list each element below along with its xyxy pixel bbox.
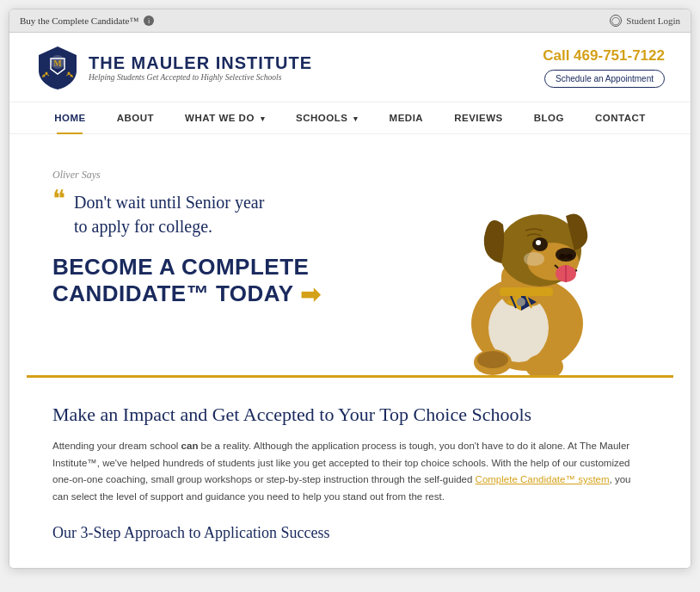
main-section: Make an Impact and Get Accepted to Your …: [9, 378, 691, 568]
nav-item-schools[interactable]: SCHOOLS ▾: [280, 102, 374, 133]
quote-text: Don't wait until Senior yearto apply for…: [74, 190, 264, 238]
logo-subtitle: Helping Students Get Accepted to Highly …: [89, 73, 312, 82]
subsection-title: Our 3-Step Approach to Application Succe…: [52, 524, 648, 542]
nav-item-blog[interactable]: BLOG: [519, 102, 580, 133]
svg-point-13: [566, 254, 573, 259]
nav-item-contact[interactable]: CONTACT: [580, 102, 661, 133]
quote-block: ❝ Don't wait until Senior yearto apply f…: [52, 190, 398, 238]
nav-item-media[interactable]: MEDIA: [374, 102, 439, 133]
student-login[interactable]: Student Login: [626, 15, 680, 26]
logo-title: THE MAULER INSTITUTE: [89, 53, 312, 73]
browser-bar-left: Buy the Complete Candidate™ i: [20, 15, 154, 26]
nav-item-about[interactable]: ABOUT: [101, 102, 169, 133]
nav-item-home[interactable]: HOME: [39, 102, 101, 133]
svg-point-4: [71, 75, 73, 77]
hero-text: Oliver Says ❝ Don't wait until Senior ye…: [52, 160, 398, 310]
section-title: Make an Impact and Get Accepted to Your …: [52, 404, 648, 426]
page-content: M THE MAULER INSTITUTE Helping Students …: [9, 33, 691, 568]
body-bold: can: [181, 441, 199, 451]
buy-link[interactable]: Buy the Complete Candidate™: [20, 15, 138, 26]
nav-item-what-we-do[interactable]: WHAT WE DO ▾: [169, 102, 280, 133]
svg-point-11: [556, 248, 576, 262]
logo-text: THE MAULER INSTITUTE Helping Students Ge…: [89, 53, 312, 82]
body-text-part1: Attending your dream school: [52, 441, 181, 451]
hero-image-area: [398, 160, 656, 375]
quote-icon: ❝: [52, 187, 65, 211]
svg-point-2: [43, 75, 46, 77]
user-icon: ◯: [610, 15, 622, 27]
browser-bar-right: ◯ Student Login: [610, 15, 680, 27]
svg-point-5: [68, 72, 71, 75]
svg-point-12: [559, 254, 566, 259]
cta-arrow-icon: ➡: [300, 282, 321, 309]
nav-item-reviews[interactable]: REVIEWS: [439, 102, 519, 133]
complete-candidate-link[interactable]: Complete Candidate™ system: [476, 474, 610, 484]
schools-dropdown-icon: ▾: [353, 114, 359, 123]
svg-point-23: [517, 298, 525, 306]
svg-point-3: [46, 72, 48, 75]
phone-number[interactable]: Call 469-751-7122: [543, 47, 665, 65]
svg-text:M: M: [53, 59, 62, 68]
svg-rect-24: [500, 287, 553, 296]
info-icon[interactable]: i: [144, 15, 154, 26]
svg-point-26: [477, 351, 508, 368]
nav-items: HOME ABOUT WHAT WE DO ▾ SCHOOLS ▾ MEDIA …: [39, 102, 661, 133]
logo-shield-icon: M: [35, 45, 80, 89]
logo-area: M THE MAULER INSTITUTE Helping Students …: [35, 45, 312, 89]
svg-point-28: [524, 252, 544, 266]
what-we-do-dropdown-icon: ▾: [261, 114, 266, 123]
svg-point-17: [536, 240, 541, 245]
dog-illustration: [407, 160, 648, 375]
hero-section: Oliver Says ❝ Don't wait until Senior ye…: [9, 134, 691, 375]
site-header: M THE MAULER INSTITUTE Helping Students …: [9, 33, 691, 102]
oliver-says: Oliver Says: [52, 169, 398, 182]
browser-window: Buy the Complete Candidate™ i ◯ Student …: [9, 9, 691, 569]
section-body: Attending your dream school can be a rea…: [52, 438, 648, 505]
cta-text[interactable]: BECOME A COMPLETECANDIDATE™ TODAY ➡: [52, 254, 398, 310]
nav-bar: HOME ABOUT WHAT WE DO ▾ SCHOOLS ▾ MEDIA …: [9, 102, 691, 134]
schedule-appointment-button[interactable]: Schedule an Appointment: [544, 70, 665, 88]
browser-bar: Buy the Complete Candidate™ i ◯ Student …: [9, 9, 691, 33]
header-right: Call 469-751-7122 Schedule an Appointmen…: [543, 47, 665, 88]
